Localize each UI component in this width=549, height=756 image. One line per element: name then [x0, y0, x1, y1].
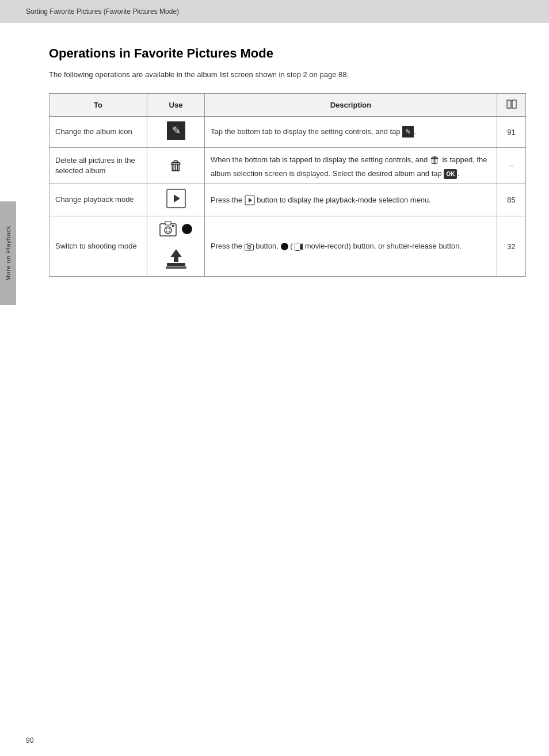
- svg-rect-12: [165, 222, 171, 225]
- table-row: Switch to shooting mode: [49, 216, 526, 245]
- main-content: Operations in Favorite Pictures Mode The…: [20, 0, 549, 756]
- row3-desc: Press the button to display the playback…: [205, 184, 497, 216]
- header-book: [497, 93, 526, 116]
- svg-rect-25: [166, 266, 186, 269]
- table-row: Delete all pictures in the selected albu…: [49, 147, 526, 184]
- side-tab: More on Playback: [0, 201, 16, 305]
- circle-inline-icon: [281, 243, 288, 250]
- row4-pageref: 32: [497, 216, 526, 277]
- row4-desc: Press the button,: [205, 216, 497, 277]
- table-header-row: To Use Description: [49, 93, 526, 116]
- svg-text:✎: ✎: [405, 128, 411, 136]
- pencil-inline-icon: ✎: [402, 126, 414, 138]
- top-bar-text: Sorting Favorite Pictures (Favorite Pict…: [26, 7, 179, 16]
- table-row: Change the album icon ✎ Tap the: [49, 116, 526, 147]
- row1-use: ✎: [147, 116, 205, 147]
- header-description: Description: [205, 93, 497, 116]
- page-wrapper: Sorting Favorite Pictures (Favorite Pict…: [0, 0, 549, 756]
- svg-marker-22: [300, 243, 303, 250]
- row2-use: 🗑: [147, 147, 205, 184]
- row4-to: Switch to shooting mode: [49, 216, 147, 277]
- movie-record-inline-icon: [292, 242, 304, 250]
- row3-to: Change playback mode: [49, 184, 147, 216]
- trash-inline-icon: 🗑: [430, 154, 440, 166]
- svg-text:✎: ✎: [171, 125, 180, 136]
- svg-point-16: [182, 224, 192, 234]
- svg-point-20: [248, 246, 250, 248]
- svg-rect-1: [512, 100, 516, 108]
- page-number: 90: [26, 736, 33, 744]
- shutter-release-icon: [163, 259, 189, 272]
- row1-desc: Tap the bottom tab to display the settin…: [205, 116, 497, 147]
- row2-desc: When the bottom tab is tapped to display…: [205, 147, 497, 184]
- row2-to: Delete all pictures in the selected albu…: [49, 147, 147, 184]
- svg-marker-23: [170, 249, 182, 262]
- row1-to: Change the album icon: [49, 116, 147, 147]
- row1-pageref: 91: [497, 116, 526, 147]
- playback-inline-icon: [245, 196, 257, 204]
- row4-use-bottom: [147, 245, 205, 277]
- top-bar: Sorting Favorite Pictures (Favorite Pict…: [0, 0, 549, 23]
- row2-pageref: –: [497, 147, 526, 184]
- svg-rect-15: [172, 225, 174, 227]
- book-icon: [506, 100, 517, 109]
- operations-table: To Use Description: [49, 93, 526, 277]
- content-area: Operations in Favorite Pictures Mode The…: [43, 46, 526, 277]
- pencil-edit-icon: ✎: [167, 129, 185, 142]
- camera-inline-icon: [245, 242, 256, 250]
- playback-button-icon: [166, 198, 186, 211]
- side-tab-label: More on Playback: [5, 226, 12, 281]
- camera-icon: [159, 221, 177, 240]
- section-description: The following operations are available i…: [49, 69, 526, 81]
- svg-rect-24: [167, 263, 185, 266]
- table-row: Change playback mode Press the: [49, 184, 526, 216]
- svg-rect-18: [247, 243, 251, 245]
- trash-icon: 🗑: [169, 158, 183, 173]
- svg-rect-21: [295, 243, 300, 250]
- header-to: To: [49, 93, 147, 116]
- row3-use: [147, 184, 205, 216]
- circle-bullet-icon: [181, 223, 193, 238]
- row3-pageref: 85: [497, 184, 526, 216]
- svg-point-14: [166, 228, 170, 232]
- section-title: Operations in Favorite Pictures Mode: [49, 46, 526, 61]
- ok-inline-icon: OK: [444, 169, 457, 179]
- header-use: Use: [147, 93, 205, 116]
- row4-use-top: [147, 216, 205, 245]
